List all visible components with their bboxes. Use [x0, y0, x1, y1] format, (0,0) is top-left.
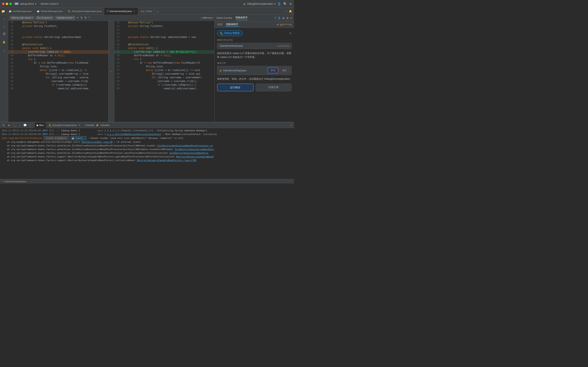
table-row: 23	[8, 32, 108, 35]
comate-badge[interactable]: 🤖 Comate →	[71, 136, 86, 140]
end-task-button[interactable]: 结束任务	[256, 83, 292, 91]
help-panel-icon[interactable]: ?	[274, 17, 276, 20]
close-button[interactable]	[2, 3, 4, 5]
settings-panel-icon[interactable]: ⚙	[286, 17, 289, 20]
screenshot-icon[interactable]: ⬛	[12, 123, 16, 127]
table-row: 36 username = username.trim(	[8, 80, 108, 83]
app-tab-label: DebugDemoApplication	[52, 124, 77, 126]
ai-content-panel[interactable]: 🐛 Debug 智能体 ✕ 报错行所在代码 UserServiceImpl.ja…	[215, 28, 294, 122]
tab-label: DebugDemoApplication.java	[72, 10, 102, 12]
table-row: 35 for (String username : usernameArr	[114, 76, 215, 80]
stacktrace-link-3[interactable]: InitDestroyAnnotationBeanPost	[175, 148, 214, 151]
settings-diff-icon[interactable]: ⚙	[84, 16, 87, 19]
bottom-tab-app[interactable]: 🐛 DebugDemoApplication ✕	[47, 122, 82, 128]
arrow-icon: ↗	[107, 10, 108, 12]
chat-icon[interactable]: 💬	[23, 123, 27, 127]
project-dropdown-icon[interactable]: ▾	[35, 2, 36, 5]
link-icon[interactable]: ⛓	[1, 31, 7, 37]
console-content[interactable]: 2024-11-09T22:52:26.839+08:00 INFO 3271 …	[0, 128, 294, 179]
bottom-panel: ↻ ■ ⬛ ↓ 💬 ⋮ ▶ Run 🐛 DebugDemoApplication…	[0, 122, 294, 179]
maximize-button[interactable]	[9, 3, 12, 5]
reject-button[interactable]: 放弃	[280, 68, 289, 73]
person-panel-icon[interactable]: 👤	[277, 17, 281, 20]
points-badge: ★ 182*******21	[277, 23, 292, 26]
table-row: 26 @PostConstruct	[114, 43, 215, 47]
diff-pane-right[interactable]: 20 @Value("${file}") 21 private String f…	[114, 21, 215, 122]
more-icon[interactable]: ⋮	[28, 123, 32, 127]
app-run-label[interactable]: ▶ DebugDemoApplication ▾	[244, 2, 276, 6]
table-row: 38 nameList.add(username	[8, 87, 108, 91]
table-row: 27 public void init() {	[8, 47, 108, 50]
project-tree-icon[interactable]: ⋮	[1, 48, 7, 54]
project-label[interactable]: DD debug-demo ▾	[14, 2, 36, 5]
list-item: at org.springframework.beans.factory.sup…	[2, 159, 292, 162]
notification-icon[interactable]: 🔔	[289, 10, 292, 13]
close-diff-icon[interactable]: ✕	[77, 16, 79, 19]
panel-tab-assistant[interactable]: 智能体助手	[235, 16, 248, 20]
run-verify-button[interactable]: 运行验证	[217, 83, 254, 91]
side-by-side-btn[interactable]: Side-by-side viewer ▾	[10, 16, 34, 20]
stacktrace-link-1[interactable]: UserServiceImpl.java:38	[81, 141, 112, 143]
stacktrace-link-5[interactable]: AbstractAutowireCapableBeanF	[176, 155, 214, 158]
search-icon[interactable]: 🔍	[283, 2, 287, 6]
vc-dropdown-icon[interactable]: ▾	[57, 2, 59, 5]
table-row: 38 nameList.add(username):	[114, 87, 215, 91]
sub-tab-dialog[interactable]: 对话	[217, 23, 223, 26]
stacktrace-link-4[interactable]: InitDestroyAnnotationBeanProc	[169, 152, 208, 154]
grid-panel-icon[interactable]: ⊞	[282, 17, 285, 20]
ignore-dropdown-icon[interactable]: ▾	[51, 17, 52, 19]
diff-pane-left[interactable]: 20 @Value("${file}") 21 private String f…	[8, 21, 109, 122]
viewer-dropdown-icon[interactable]: ▾	[32, 17, 33, 19]
debug-badge[interactable]: 🐛 Debug 智能体	[217, 30, 243, 36]
panel-tab-dialog[interactable]: Baidu Comate	[217, 17, 232, 20]
console-tab[interactable]: Console	[85, 124, 94, 127]
table-row: 30 try {	[8, 58, 108, 61]
tab-studentmanager[interactable]: ☕ StudentManager.java	[34, 8, 66, 15]
table-row: 25	[114, 39, 215, 43]
sub-tab-assistant[interactable]: 智能体助手	[225, 23, 239, 26]
folder-icon[interactable]: 📁	[1, 8, 5, 14]
tab-src[interactable]: src/.../User	[138, 8, 155, 15]
tab-label: StudentManager.java	[41, 10, 63, 12]
stacktrace-link-2[interactable]: InitDestroyAnnotationBeanPostProcessor.j…	[157, 144, 213, 147]
person-icon[interactable]: 👤	[277, 2, 281, 6]
version-control-label[interactable]: Version control ▾	[40, 2, 59, 5]
action-buttons: 运行验证 结束任务	[217, 83, 292, 91]
refresh-icon[interactable]: ↻	[2, 123, 6, 127]
app-tab-close[interactable]: ✕	[79, 124, 80, 126]
tab-debugdemo[interactable]: 🐛 DebugDemoApplication.java	[66, 8, 104, 15]
adopt-button[interactable]: 采纳	[268, 67, 278, 73]
stop-icon[interactable]: ■	[7, 123, 11, 127]
down-arrow-icon[interactable]: ↓	[17, 123, 22, 127]
actuator-tab[interactable]: Actuator	[100, 124, 110, 127]
main-layout: ↑ ↓ ⛓ 🔒 ⋮ Side-by-side viewer ▾ Do not i…	[0, 15, 294, 122]
highlight-btn[interactable]: Highlight words ▾	[55, 16, 75, 20]
lock-icon[interactable]: 🔒	[1, 39, 7, 45]
expand-icon[interactable]: ⤢	[290, 124, 292, 126]
minimize-button[interactable]	[6, 3, 8, 5]
app-dropdown-icon[interactable]: ▾	[274, 2, 276, 5]
list-item: at org.springframework.beans.factory.sup…	[2, 155, 292, 159]
settings-icon[interactable]: ⚙	[289, 2, 292, 6]
left-sidebar: ↑ ↓ ⛓ 🔒 ⋮	[0, 15, 8, 122]
help-icon[interactable]: ?	[88, 16, 90, 19]
bottom-tab-run[interactable]: ▶ Run	[35, 122, 46, 128]
sync-icon[interactable]: ⇅	[80, 16, 83, 19]
debug-icon: 🐛	[68, 10, 71, 12]
class-link[interactable]: w.s.c.ServletWebServerApplicationContext	[107, 133, 161, 136]
highlight-dropdown-icon[interactable]: ▾	[73, 17, 74, 19]
tab-userserviceimpl[interactable]: ↗ UserServiceImpl.java ✕	[104, 8, 138, 15]
up-nav-icon[interactable]: ↑	[1, 16, 7, 22]
stacktrace-link-6[interactable]: AbstractAutowireCapableBeanFactory.java:…	[137, 159, 196, 162]
ignore-btn[interactable]: Do not ignore ▾	[35, 16, 54, 20]
actuator-icon[interactable]: ⚡	[96, 124, 99, 127]
panel-close-icon[interactable]: ✕	[289, 32, 292, 35]
tab-usermanager[interactable]: ☕ UserManager.java	[6, 8, 34, 15]
diff-arrow[interactable]: »	[109, 21, 114, 122]
tab-actions-icon[interactable]: ⋯	[285, 10, 287, 13]
tab-more-icon[interactable]: ⌄	[155, 8, 161, 15]
down-nav-icon[interactable]: ↓	[1, 24, 7, 29]
create-breakpoint-btn[interactable]: Create breakpoint	[43, 136, 69, 140]
list-panel-icon[interactable]: ≡	[290, 17, 292, 20]
tab-close-icon[interactable]: ✕	[133, 10, 136, 13]
